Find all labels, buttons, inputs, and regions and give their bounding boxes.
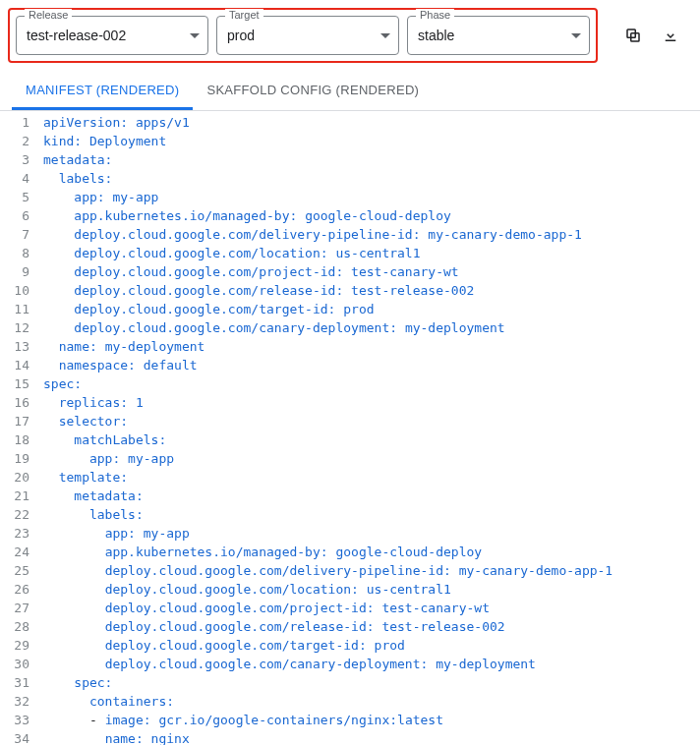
chevron-down-icon <box>571 33 581 38</box>
copy-icon <box>624 27 642 44</box>
release-select[interactable]: Release test-release-002 <box>16 16 208 55</box>
release-select-value: test-release-002 <box>27 28 190 43</box>
filter-selectors-group: Release test-release-002 Target prod Pha… <box>8 8 598 63</box>
code-viewer: 1234567891011121314151617181920212223242… <box>0 111 700 745</box>
copy-button[interactable] <box>623 26 643 45</box>
line-number-gutter: 1234567891011121314151617181920212223242… <box>0 113 43 745</box>
tabs: MANIFEST (RENDERED) SKAFFOLD CONFIG (REN… <box>0 73 700 111</box>
phase-select-label: Phase <box>416 9 454 21</box>
download-button[interactable] <box>661 26 680 45</box>
target-select[interactable]: Target prod <box>216 16 399 55</box>
chevron-down-icon <box>380 33 390 38</box>
filter-toolbar: Release test-release-002 Target prod Pha… <box>0 0 700 67</box>
code-content[interactable]: apiVersion: apps/v1kind: Deploymentmetad… <box>43 113 700 745</box>
target-select-value: prod <box>227 28 380 43</box>
release-select-label: Release <box>25 9 72 21</box>
phase-select[interactable]: Phase stable <box>407 16 590 55</box>
download-icon <box>662 27 679 44</box>
phase-select-value: stable <box>418 28 571 43</box>
chevron-down-icon <box>190 33 200 38</box>
svg-rect-2 <box>666 40 676 42</box>
tab-manifest[interactable]: MANIFEST (RENDERED) <box>12 73 193 110</box>
target-select-label: Target <box>225 9 263 21</box>
tab-skaffold[interactable]: SKAFFOLD CONFIG (RENDERED) <box>193 73 433 110</box>
toolbar-actions <box>623 26 680 45</box>
